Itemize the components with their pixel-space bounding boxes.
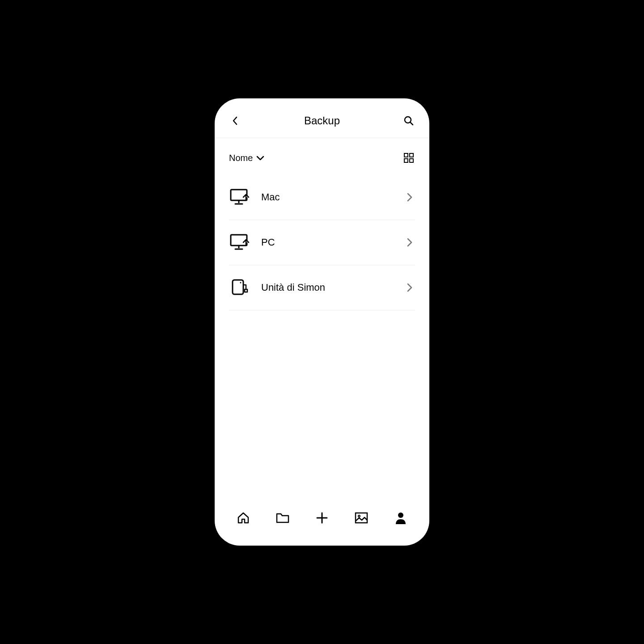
nav-files[interactable]: [275, 510, 291, 526]
svg-point-11: [398, 513, 403, 518]
back-button[interactable]: [229, 114, 242, 127]
person-icon: [395, 512, 407, 524]
chevron-right-icon: [404, 282, 415, 293]
sort-dropdown[interactable]: Nome: [229, 153, 264, 163]
phone-frame: Backup Nome: [215, 98, 429, 546]
grid-icon: [404, 153, 414, 163]
nav-photos[interactable]: [353, 510, 369, 526]
chevron-right-icon: [404, 237, 415, 248]
svg-point-8: [240, 282, 242, 284]
chevron-left-icon: [232, 116, 238, 125]
list-item-mac[interactable]: Mac: [229, 175, 415, 220]
sort-label: Nome: [229, 153, 253, 163]
bottom-nav: [215, 499, 429, 537]
nav-account[interactable]: [393, 510, 409, 526]
svg-rect-2: [410, 153, 413, 157]
list-item-label: PC: [261, 237, 404, 248]
chevron-right-icon: [404, 192, 415, 203]
svg-rect-3: [404, 159, 408, 162]
home-icon: [237, 511, 250, 525]
computer-backup-icon: [229, 233, 250, 251]
svg-rect-1: [404, 153, 408, 157]
folder-icon: [275, 512, 290, 524]
svg-point-10: [358, 515, 360, 517]
svg-rect-6: [231, 235, 247, 246]
search-icon: [403, 115, 414, 126]
search-button[interactable]: [402, 114, 415, 127]
list-item-drive[interactable]: Unità di Simon: [229, 265, 415, 310]
nav-add[interactable]: [314, 510, 330, 526]
backup-list: Mac PC: [215, 175, 429, 499]
plus-icon: [316, 512, 328, 524]
page-title: Backup: [304, 114, 340, 127]
list-item-label: Mac: [261, 191, 404, 203]
external-drive-icon: [229, 279, 250, 297]
sort-bar: Nome: [215, 138, 429, 175]
nav-home[interactable]: [235, 510, 251, 526]
svg-rect-4: [410, 159, 413, 162]
image-icon: [355, 512, 368, 524]
list-item-label: Unità di Simon: [261, 282, 404, 293]
chevron-down-icon: [256, 155, 264, 161]
list-item-pc[interactable]: PC: [229, 220, 415, 265]
computer-backup-icon: [229, 188, 250, 206]
svg-rect-5: [231, 190, 247, 200]
grid-view-button[interactable]: [402, 152, 415, 164]
svg-rect-7: [233, 280, 243, 294]
header: Backup: [215, 107, 429, 138]
